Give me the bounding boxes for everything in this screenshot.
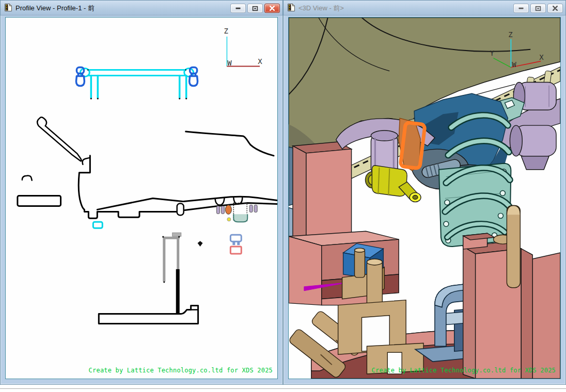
profile-view-window[interactable]: XVL Profile View - Profile-1 - 前 Z W xyxy=(0,0,283,385)
mdi-area-edge xyxy=(0,388,566,389)
three-d-view-titlebar[interactable]: XVL <3D View - 前> xyxy=(284,1,565,15)
jig-post-black[interactable] xyxy=(176,269,180,314)
close-icon xyxy=(269,6,275,11)
xvl-document-icon[interactable]: XVL xyxy=(287,4,295,13)
bracket-markers[interactable] xyxy=(230,235,241,254)
minimize-icon xyxy=(235,6,241,11)
close-button[interactable] xyxy=(547,4,563,13)
window-title: <3D View - 前> xyxy=(298,4,513,13)
hood-line xyxy=(186,132,274,156)
bushing-markers[interactable] xyxy=(216,203,257,222)
stabilizer-bar-profile[interactable] xyxy=(80,69,193,99)
minimize-button[interactable] xyxy=(513,4,529,13)
small-diamond-mark xyxy=(198,241,203,247)
box-section xyxy=(18,196,61,206)
profile-drawing[interactable]: Z W X xyxy=(6,18,277,379)
axis-label-x: X xyxy=(539,53,544,61)
minimize-button[interactable] xyxy=(230,4,246,13)
profile-view-titlebar[interactable]: XVL Profile View - Profile-1 - 前 xyxy=(1,1,282,15)
base-plate-section xyxy=(99,306,198,324)
axis-label-origin: W xyxy=(512,60,516,69)
axis-label-origin: W xyxy=(227,59,232,67)
axis-label-x: X xyxy=(258,57,262,66)
fixture-pillar-right-salmon[interactable] xyxy=(463,233,532,379)
minimize-icon xyxy=(518,6,524,11)
axis-label-z: Z xyxy=(508,30,512,39)
restore-button[interactable] xyxy=(247,4,263,13)
close-button[interactable] xyxy=(264,4,280,13)
three-d-view-canvas[interactable]: Z Y X W Create by Lattice Technology.co.… xyxy=(288,17,561,379)
three-d-view-window[interactable]: XVL <3D View - 前> xyxy=(283,0,566,385)
stabilizer-joint-dots xyxy=(87,69,187,100)
restore-button[interactable] xyxy=(530,4,546,13)
pill-section xyxy=(177,203,184,215)
watermark-text: Create by Lattice Technology.co.ltd for … xyxy=(89,367,273,374)
hook-section xyxy=(22,176,32,181)
fixture-strip-right-salmon[interactable] xyxy=(532,253,560,379)
window-title: Profile View - Profile-1 - 前 xyxy=(15,4,230,13)
rail-upper-line xyxy=(184,197,277,201)
restore-icon xyxy=(252,6,258,11)
blade-section xyxy=(37,117,82,161)
profile-view-canvas[interactable]: Z W X xyxy=(5,17,278,379)
three-d-scene[interactable]: Z Y X W xyxy=(289,18,560,379)
restore-icon xyxy=(535,6,541,11)
xvl-document-icon[interactable]: XVL xyxy=(4,4,12,13)
watermark-text: Create by Lattice Technology.co.ltd for … xyxy=(372,367,556,374)
axis-triad-2d: Z W X xyxy=(224,27,262,67)
axis-label-z: Z xyxy=(224,27,228,35)
axis-label-y: Y xyxy=(490,49,495,57)
close-icon xyxy=(552,6,558,11)
apron-section xyxy=(78,156,177,218)
cyan-clip-marker[interactable] xyxy=(93,222,102,228)
